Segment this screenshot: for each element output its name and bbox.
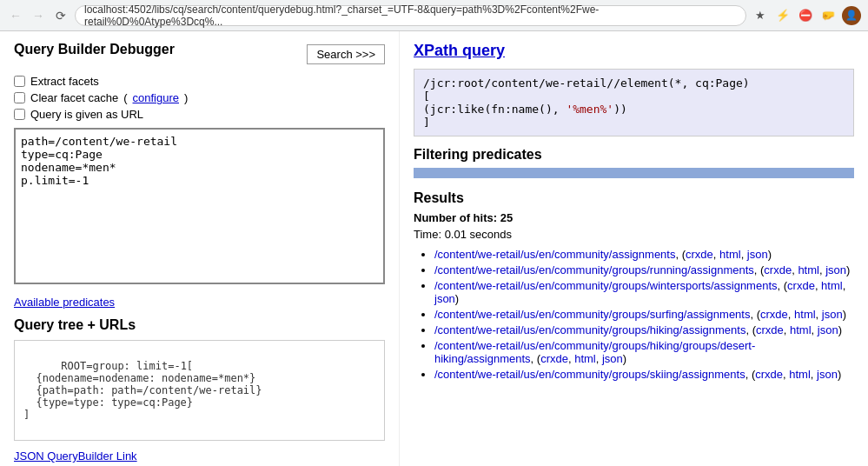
action-separator: , [843,279,846,292]
result-item: /content/we-retail/us/en/community/assig… [434,248,854,261]
browser-chrome: ← → ⟳ localhost:4502/libs/cq/search/cont… [0,0,868,31]
result-action-json[interactable]: json [822,308,843,321]
search-button[interactable]: Search >>> [307,44,385,64]
result-action-crxde[interactable]: crxde [756,323,784,336]
result-action-json[interactable]: json [825,263,846,276]
result-close-paren: ) [455,292,459,305]
puzzle-button[interactable]: 🤛 [819,7,837,24]
xpath-line2: [ [423,90,845,103]
result-action-crxde[interactable]: crxde [686,248,713,261]
xpath-line4: ] [423,116,845,129]
result-close-paren: ) [768,248,772,261]
result-action-crxde[interactable]: crxde [540,352,568,365]
clear-facet-checkbox[interactable] [14,92,25,103]
result-action-json[interactable]: json [818,323,838,336]
result-close-paren: ) [843,308,846,321]
url-checkbox-row: Query is given as URL [14,108,385,121]
result-comma: , ( [675,248,686,261]
clear-facet-row: Clear facet cache ( configure ) [14,91,385,104]
result-item: /content/we-retail/us/en/community/group… [434,323,854,336]
xpath-line3-suffix: )) [613,103,627,116]
xpath-string: '%men%' [566,103,613,116]
title-row: Query Builder Debugger Search >>> [14,42,385,66]
result-path-link[interactable]: /content/we-retail/us/en/community/group… [434,263,754,276]
xpath-code-box: /jcr:root/content/we-retail//element(*, … [414,69,854,136]
reload-button[interactable]: ⟳ [52,7,70,24]
query-tree-box: ROOT=group: limit=-1[ {nodename=nodename… [14,340,385,441]
results-title: Results [414,190,854,206]
result-action-html[interactable]: html [719,248,741,261]
extract-facets-row: Extract facets [14,75,385,88]
extract-facets-checkbox[interactable] [14,76,25,87]
result-close-paren: ) [623,352,626,365]
error-button[interactable]: ⛔ [797,7,814,24]
result-action-html[interactable]: html [798,263,819,276]
query-tree-content: ROOT=group: limit=-1[ {nodename=nodename… [23,360,262,421]
result-comma: , ( [745,368,756,381]
time-text: Time: 0.01 seconds [414,228,854,241]
left-panel: Query Builder Debugger Search >>> Extrac… [0,31,400,466]
action-separator: , [741,248,747,261]
result-path-link[interactable]: /content/we-retail/us/en/community/group… [434,308,750,321]
result-action-crxde[interactable]: crxde [760,308,788,321]
result-comma: , ( [745,323,756,336]
action-separator: , [713,248,719,261]
available-predicates-link[interactable]: Available predicates [14,296,115,309]
result-comma: , ( [750,308,760,321]
xpath-line1: /jcr:root/content/we-retail//element(*, … [423,77,845,90]
configure-paren-open: ( [123,91,127,104]
action-separator: , [812,323,818,336]
avatar[interactable]: 👤 [842,6,861,25]
address-bar[interactable]: localhost:4502/libs/cq/search/content/qu… [75,5,746,26]
result-action-json[interactable]: json [602,352,623,365]
bookmark-button[interactable]: ★ [752,7,769,24]
result-path-link[interactable]: /content/we-retail/us/en/community/assig… [434,248,675,261]
result-action-html[interactable]: html [790,323,812,336]
extract-facets-label: Extract facets [30,75,99,88]
xpath-line3: (jcr:like(fn:name(), '%men%')) [423,103,845,116]
result-comma: , ( [531,352,541,365]
main-layout: Query Builder Debugger Search >>> Extrac… [0,31,868,466]
back-button[interactable]: ← [7,7,24,24]
result-action-crxde[interactable]: crxde [764,263,792,276]
hits-text: Number of hits: 25 [414,211,854,224]
result-comma: , ( [754,263,765,276]
result-path-link[interactable]: /content/we-retail/us/en/community/group… [434,368,745,381]
filter-bar [414,168,854,178]
action-separator: , [788,308,794,321]
action-separator: , [784,323,790,336]
configure-link[interactable]: configure [133,91,179,104]
url-label: Query is given as URL [30,108,143,121]
result-action-json[interactable]: json [747,248,768,261]
result-item: /content/we-retail/us/en/community/group… [434,368,854,381]
json-link[interactable]: JSON QueryBuilder Link [14,449,137,463]
configure-paren-close: ) [184,91,188,104]
result-close-paren: ) [838,368,841,381]
url-text: localhost:4502/libs/cq/search/content/qu… [84,3,737,28]
result-path-link[interactable]: /content/we-retail/us/en/community/group… [434,323,745,336]
action-separator: , [811,368,817,381]
result-action-json[interactable]: json [817,368,838,381]
url-checkbox[interactable] [14,109,25,120]
result-action-crxde[interactable]: crxde [755,368,783,381]
query-tree-title: Query tree + URLs [14,317,385,333]
results-list: /content/we-retail/us/en/community/assig… [414,248,854,381]
result-path-link[interactable]: /content/we-retail/us/en/community/group… [434,279,778,292]
result-action-crxde[interactable]: crxde [787,279,815,292]
result-close-paren: ) [846,263,850,276]
panel-title: Query Builder Debugger [14,42,175,57]
result-action-html[interactable]: html [821,279,843,292]
forward-button[interactable]: → [30,7,47,24]
result-action-html[interactable]: html [794,308,816,321]
clear-facet-label: Clear facet cache [30,91,118,104]
xpath-title[interactable]: XPath query [414,42,854,60]
right-panel: XPath query /jcr:root/content/we-retail/… [400,31,868,466]
result-action-json[interactable]: json [434,292,455,305]
query-textarea[interactable]: path=/content/we-retail type=cq:Page nod… [14,128,385,284]
result-action-html[interactable]: html [574,352,596,365]
filtering-title: Filtering predicates [414,147,854,163]
extensions-button[interactable]: ⚡ [774,7,792,24]
result-item: /content/we-retail/us/en/community/group… [434,279,854,305]
result-action-html[interactable]: html [789,368,811,381]
result-comma: , ( [778,279,788,292]
